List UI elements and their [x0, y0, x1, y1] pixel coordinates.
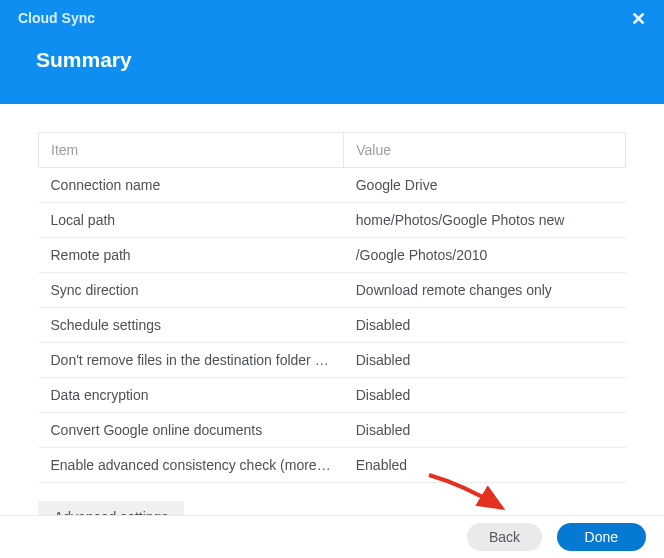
row-value: home/Photos/Google Photos new	[344, 203, 626, 238]
row-item: Connection name	[39, 168, 344, 203]
row-item: Enable advanced consistency check (more …	[39, 448, 344, 483]
table-row: Remote path /Google Photos/2010	[39, 238, 626, 273]
window-header: Cloud Sync ✕ Summary	[0, 0, 664, 104]
table-row: Schedule settings Disabled	[39, 308, 626, 343]
close-icon[interactable]: ✕	[631, 10, 646, 28]
content-area: Item Value Connection name Google Drive …	[0, 104, 664, 533]
row-value: Google Drive	[344, 168, 626, 203]
row-item: Data encryption	[39, 378, 344, 413]
row-item: Convert Google online documents	[39, 413, 344, 448]
column-header-item: Item	[39, 133, 344, 168]
page-title: Summary	[36, 48, 646, 72]
footer-bar: Back Done	[0, 515, 664, 558]
table-row: Local path home/Photos/Google Photos new	[39, 203, 626, 238]
table-row: Connection name Google Drive	[39, 168, 626, 203]
column-header-value: Value	[344, 133, 626, 168]
table-row: Convert Google online documents Disabled	[39, 413, 626, 448]
row-item: Remote path	[39, 238, 344, 273]
app-title: Cloud Sync	[18, 10, 646, 26]
row-value: Disabled	[344, 413, 626, 448]
back-button[interactable]: Back	[467, 523, 542, 551]
row-item: Don't remove files in the destination fo…	[39, 343, 344, 378]
row-value: Disabled	[344, 308, 626, 343]
table-row: Enable advanced consistency check (more …	[39, 448, 626, 483]
table-row: Sync direction Download remote changes o…	[39, 273, 626, 308]
row-value: Disabled	[344, 378, 626, 413]
summary-table: Item Value Connection name Google Drive …	[38, 132, 626, 483]
row-item: Sync direction	[39, 273, 344, 308]
row-value: /Google Photos/2010	[344, 238, 626, 273]
table-row: Data encryption Disabled	[39, 378, 626, 413]
row-item: Local path	[39, 203, 344, 238]
done-button[interactable]: Done	[557, 523, 646, 551]
row-value: Disabled	[344, 343, 626, 378]
row-value: Download remote changes only	[344, 273, 626, 308]
row-value: Enabled	[344, 448, 626, 483]
row-item: Schedule settings	[39, 308, 344, 343]
table-row: Don't remove files in the destination fo…	[39, 343, 626, 378]
